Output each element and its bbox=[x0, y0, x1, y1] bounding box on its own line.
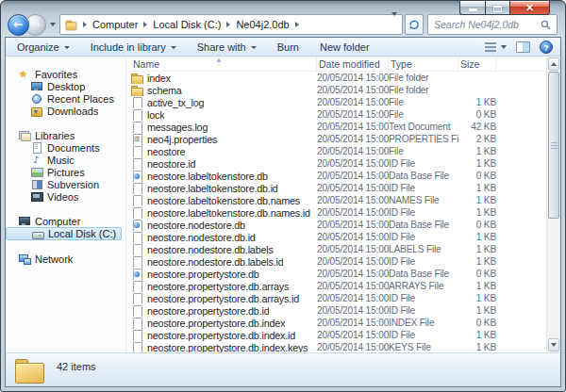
sidebar-item-label: Subversion bbox=[47, 179, 99, 190]
file-date-modified: 20/05/2014 15:00 bbox=[317, 146, 389, 156]
file-row[interactable]: neostore.propertystore.db.arrays.id 20/0… bbox=[126, 292, 560, 304]
close-button[interactable]: × bbox=[510, 1, 550, 15]
sidebar-item[interactable]: Videos bbox=[6, 190, 125, 203]
address-row: ← → Computer Local Disk (C:) Ne04j2.0db bbox=[1, 12, 565, 37]
breadcrumb-segment[interactable]: Computer bbox=[92, 19, 138, 30]
sidebar-item-label: Recent Places bbox=[47, 93, 114, 105]
sidebar-item[interactable]: Music bbox=[6, 154, 125, 166]
file-size: 1 KB bbox=[458, 207, 496, 218]
breadcrumb-segment[interactable]: Local Disk (C:) bbox=[153, 19, 221, 30]
minimize-button[interactable] bbox=[459, 1, 485, 15]
file-row[interactable]: neostore.propertystore.db.index 20/05/20… bbox=[126, 317, 560, 329]
sidebar-item[interactable]: Recent Places bbox=[6, 92, 125, 105]
file-row[interactable]: neostore.labeltokenstore.db 20/05/2014 1… bbox=[126, 170, 560, 182]
back-button[interactable]: ← bbox=[8, 14, 29, 36]
sidebar-item[interactable]: Favorites bbox=[6, 68, 125, 80]
file-date-modified: 20/05/2014 15:00 bbox=[317, 171, 389, 181]
address-bar[interactable]: Computer Local Disk (C:) Ne04j2.0db bbox=[59, 14, 403, 35]
toolbar-button-label: Include in library bbox=[91, 41, 166, 53]
preview-pane-button[interactable] bbox=[516, 41, 530, 53]
file-row[interactable]: neostore.id 20/05/2014 15:00 ID File 1 K… bbox=[126, 157, 560, 170]
file-type: ARRAYS File bbox=[389, 281, 458, 291]
file-row[interactable]: neostore.nodestore.db 20/05/2014 15:00 D… bbox=[126, 219, 560, 231]
vertical-scrollbar[interactable] bbox=[546, 57, 560, 352]
file-icon bbox=[131, 122, 143, 133]
sidebar-item[interactable]: Pictures bbox=[6, 166, 125, 178]
file-icon bbox=[131, 85, 143, 96]
file-row[interactable]: active_tx_log 20/05/2014 15:00 File 1 KB bbox=[126, 96, 560, 108]
file-row[interactable]: neostore.labeltokenstore.db.names.id 20/… bbox=[126, 206, 560, 219]
file-row[interactable]: neostore.propertystore.db 20/05/2014 15:… bbox=[126, 268, 560, 280]
toolbar-button[interactable]: New folder bbox=[320, 41, 370, 53]
maximize-button[interactable] bbox=[485, 1, 510, 15]
sidebar-item[interactable]: Documents bbox=[6, 141, 125, 154]
help-button[interactable]: ? bbox=[540, 41, 553, 54]
file-row[interactable]: messages.log 20/05/2014 15:00 Text Docum… bbox=[126, 121, 560, 133]
file-icon bbox=[131, 256, 143, 268]
file-row[interactable]: neostore.propertystore.db.index.keys 20/… bbox=[126, 341, 560, 352]
file-icon bbox=[131, 244, 143, 255]
sidebar-item[interactable]: Subversion bbox=[6, 178, 125, 190]
file-type: ID File bbox=[389, 256, 458, 267]
file-name: neostore.propertystore.db.index bbox=[147, 318, 285, 329]
file-type: File folder bbox=[389, 73, 458, 83]
grip-icon bbox=[551, 142, 558, 149]
file-row[interactable]: schema 20/05/2014 15:00 File folder bbox=[126, 84, 560, 96]
change-view-button[interactable] bbox=[485, 42, 507, 52]
file-icon bbox=[131, 171, 143, 182]
breadcrumb-segment[interactable]: Ne04j2.0db bbox=[236, 19, 289, 30]
file-row[interactable]: neo4j.properties 20/05/2014 15:00 PROPER… bbox=[126, 133, 560, 145]
file-row[interactable]: neostore.nodestore.db.labels 20/05/2014 … bbox=[126, 243, 560, 255]
column-header-label: Type bbox=[391, 58, 412, 70]
sidebar-item[interactable]: Desktop bbox=[6, 80, 125, 92]
sidebar-item[interactable]: Network bbox=[6, 253, 125, 265]
file-row[interactable]: neostore 20/05/2014 15:00 File 1 KB bbox=[126, 145, 560, 157]
sidebar-item[interactable]: Computer bbox=[6, 215, 125, 227]
file-row[interactable]: lock 20/05/2014 15:00 File 0 KB bbox=[126, 108, 560, 121]
chevron-down-icon bbox=[171, 46, 176, 49]
sidebar-item[interactable]: Local Disk (C:) bbox=[6, 227, 122, 240]
toolbar-button[interactable]: Share with bbox=[197, 41, 257, 53]
file-icon bbox=[131, 146, 143, 157]
file-row[interactable]: neostore.nodestore.db.labels.id 20/05/20… bbox=[126, 255, 560, 268]
file-date-modified: 20/05/2014 15:00 bbox=[317, 330, 389, 340]
file-row[interactable]: neostore.propertystore.db.id 20/05/2014 … bbox=[126, 304, 560, 317]
address-dropdown-button[interactable] bbox=[386, 16, 397, 33]
file-size: 0 KB bbox=[458, 109, 496, 120]
sidebar-item-icon bbox=[19, 130, 30, 140]
file-type: Data Base File bbox=[389, 269, 458, 279]
file-list: Name Date modified Type Size index 20/05… bbox=[126, 57, 560, 352]
file-row[interactable]: neostore.propertystore.db.arrays 20/05/2… bbox=[126, 280, 560, 292]
scroll-up-button[interactable] bbox=[548, 57, 559, 71]
recent-pages-dropdown[interactable] bbox=[48, 23, 57, 26]
sidebar-item-icon bbox=[19, 69, 30, 79]
toolbar-button[interactable]: Burn bbox=[277, 41, 299, 53]
file-date-modified: 20/05/2014 15:00 bbox=[317, 85, 389, 95]
file-row[interactable]: neostore.nodestore.db.id 20/05/2014 15:0… bbox=[126, 231, 560, 243]
toolbar-button[interactable]: Include in library bbox=[91, 41, 176, 53]
column-header[interactable]: Name bbox=[131, 57, 317, 72]
sidebar-item[interactable]: Downloads bbox=[6, 105, 125, 117]
sidebar-item-icon bbox=[31, 81, 42, 91]
refresh-button[interactable] bbox=[405, 14, 424, 35]
column-header[interactable]: Size bbox=[458, 57, 496, 72]
close-icon: × bbox=[524, 2, 534, 14]
file-icon bbox=[131, 73, 143, 84]
column-header[interactable]: Type bbox=[389, 57, 458, 72]
sidebar-item-label: Downloads bbox=[47, 106, 98, 117]
scrollbar-thumb[interactable] bbox=[548, 72, 559, 219]
breadcrumb-separator-icon bbox=[143, 22, 147, 27]
sidebar-item[interactable]: Libraries bbox=[6, 129, 125, 141]
file-row[interactable]: index 20/05/2014 15:00 File folder bbox=[126, 72, 560, 84]
search-box[interactable] bbox=[427, 14, 558, 35]
search-input[interactable] bbox=[434, 19, 541, 30]
file-row[interactable]: neostore.labeltokenstore.db.id 20/05/201… bbox=[126, 182, 560, 194]
maximize-icon bbox=[493, 6, 502, 12]
file-row[interactable]: neostore.propertystore.db.index.id 20/05… bbox=[126, 329, 560, 341]
toolbar-button[interactable]: Organize bbox=[17, 41, 70, 53]
column-header[interactable]: Date modified bbox=[317, 57, 389, 72]
file-row[interactable]: neostore.labeltokenstore.db.names 20/05/… bbox=[126, 194, 560, 206]
file-size: 1 KB bbox=[458, 183, 496, 193]
explorer-window: × ← → Computer Local Disk (C:) Ne04j2.0d… bbox=[0, 0, 566, 392]
scroll-down-button[interactable] bbox=[548, 338, 559, 351]
